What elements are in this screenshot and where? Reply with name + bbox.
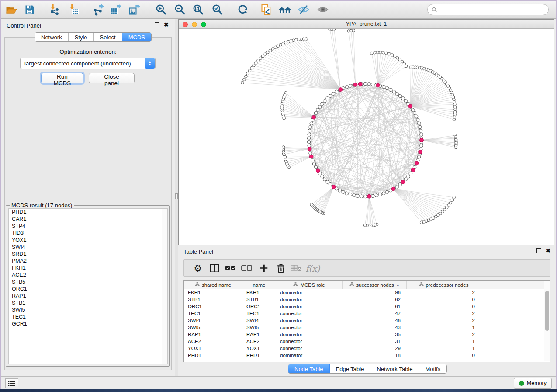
mcds-result-item[interactable]: SWI5 <box>9 306 167 313</box>
toolbar-import-network-button[interactable] <box>48 3 62 17</box>
mcds-result-item[interactable]: SWI4 <box>9 244 167 251</box>
table-cell[interactable]: STB1 <box>242 296 276 303</box>
toolbar-refresh-button[interactable] <box>235 3 249 17</box>
table-cell[interactable]: dominator <box>276 331 343 338</box>
table-cell[interactable]: ACE2 <box>242 338 276 345</box>
table-cell[interactable]: 2 <box>407 317 481 324</box>
mcds-result-item[interactable]: STB1 <box>9 299 167 306</box>
table-cell[interactable]: FKH1 <box>184 289 242 296</box>
toolbar-zoom-fit-button[interactable] <box>191 3 205 17</box>
search-input[interactable] <box>439 5 548 14</box>
toolbar-show-all-button[interactable] <box>316 3 330 17</box>
toolbar-save-session-button[interactable] <box>22 3 36 17</box>
table-cell[interactable]: YOX1 <box>184 345 242 352</box>
column-header-shared-name[interactable]: shared name <box>184 281 242 289</box>
network-canvas[interactable] <box>179 29 554 245</box>
delete-column-button[interactable] <box>274 261 288 275</box>
close-panel-button[interactable]: Close panel <box>89 73 135 83</box>
table-cell[interactable]: dominator <box>276 303 343 310</box>
toolbar-first-neighbors-button[interactable] <box>278 3 292 17</box>
table-cell[interactable]: connector <box>276 345 343 352</box>
table-cell[interactable]: RAP1 <box>242 331 276 338</box>
mcds-result-item[interactable]: FKH1 <box>9 265 167 272</box>
column-header-name[interactable]: name <box>242 281 276 289</box>
table-cell[interactable]: 46 <box>343 317 407 324</box>
mcds-result-item[interactable]: ACE2 <box>9 272 167 279</box>
table-cell[interactable]: connector <box>276 324 343 331</box>
toolbar-duplicate-network-button[interactable] <box>259 3 273 17</box>
mcds-result-item[interactable]: RAP1 <box>9 292 167 299</box>
mcds-result-item[interactable]: PHD1 <box>9 209 167 216</box>
tab-mcds[interactable]: MCDS <box>122 33 151 41</box>
table-scrollbar[interactable] <box>544 281 550 361</box>
table-row[interactable]: TEC1TEC1connector472 <box>184 310 544 317</box>
table-cell[interactable]: dominator <box>276 289 343 296</box>
table-row[interactable]: ORC1ORC1dominator610 <box>184 303 544 310</box>
toolbar-zoom-selected-button[interactable] <box>210 3 224 17</box>
memory-button[interactable]: Memory <box>514 378 552 389</box>
table-cell[interactable]: 96 <box>343 289 407 296</box>
table-cell[interactable]: dominator <box>276 352 343 359</box>
column-layout-button[interactable] <box>208 261 221 275</box>
toolbar-export-network-button[interactable] <box>91 3 105 17</box>
toolbar-import-table-button[interactable] <box>67 3 81 17</box>
mcds-result-item[interactable]: CAR1 <box>9 216 167 223</box>
table-cell[interactable]: 1 <box>407 338 481 345</box>
table-cell[interactable]: SWI4 <box>184 317 242 324</box>
table-cell[interactable]: 2 <box>407 289 481 296</box>
mcds-result-item[interactable]: STP4 <box>9 223 167 230</box>
mcds-list-scrollbar[interactable] <box>162 209 167 364</box>
mcds-result-item[interactable]: TID3 <box>9 230 167 237</box>
column-header-predecessor-nodes[interactable]: predecessor nodes <box>407 281 481 289</box>
table-cell[interactable]: YOX1 <box>242 345 276 352</box>
table-cell[interactable]: ACE2 <box>184 338 242 345</box>
table-cell[interactable]: STB1 <box>184 296 242 303</box>
table-cell[interactable]: SWI4 <box>242 317 276 324</box>
toolbar-hide-selected-button[interactable] <box>297 3 311 17</box>
table-cell[interactable]: connector <box>276 338 343 345</box>
table-cell[interactable]: dominator <box>276 296 343 303</box>
tab-edge-table[interactable]: Edge Table <box>330 364 371 373</box>
add-column-button[interactable] <box>257 261 271 275</box>
table-row[interactable]: SWI5SWI5connector431 <box>184 324 544 331</box>
table-cell[interactable]: TEC1 <box>184 310 242 317</box>
table-row[interactable]: FKH1FKH1dominator962 <box>184 289 544 296</box>
search-box[interactable] <box>427 4 549 15</box>
table-cell[interactable]: PHD1 <box>242 352 276 359</box>
tab-node-table[interactable]: Node Table <box>288 364 330 373</box>
close-table-panel-icon[interactable]: ✖ <box>546 248 550 253</box>
table-cell[interactable]: 2 <box>407 310 481 317</box>
table-cell[interactable]: 1 <box>407 345 481 352</box>
mcds-result-item[interactable]: SRD1 <box>9 251 167 258</box>
table-cell[interactable]: 18 <box>343 352 407 359</box>
table-cell[interactable]: SWI5 <box>242 324 276 331</box>
toolbar-zoom-in-button[interactable] <box>154 3 168 17</box>
table-cell[interactable]: 31 <box>343 338 407 345</box>
float-table-panel-icon[interactable] <box>536 248 541 253</box>
toolbar-zoom-out-button[interactable] <box>173 3 187 17</box>
run-mcds-button[interactable]: Run MCDS <box>41 73 83 83</box>
float-panel-icon[interactable] <box>155 22 159 27</box>
panel-list-button[interactable] <box>5 378 18 388</box>
mcds-result-item[interactable]: GCR1 <box>9 320 167 327</box>
tab-select[interactable]: Select <box>94 33 122 41</box>
table-scrollbar-thumb[interactable] <box>545 291 549 331</box>
table-cell[interactable]: 0 <box>407 303 481 310</box>
select-all-checks-button[interactable] <box>224 261 238 275</box>
table-cell[interactable]: 0 <box>407 352 481 359</box>
criterion-select[interactable]: largest connected component (undirected)… <box>20 58 156 69</box>
table-cell[interactable]: PHD1 <box>184 352 242 359</box>
mcds-result-item[interactable]: STB5 <box>9 279 167 285</box>
tab-motifs[interactable]: Motifs <box>419 364 447 373</box>
toolbar-export-table-button[interactable] <box>109 3 123 17</box>
table-cell[interactable]: FKH1 <box>242 289 276 296</box>
table-row[interactable]: ACE2ACE2connector311 <box>184 338 544 345</box>
table-cell[interactable]: 43 <box>343 324 407 331</box>
table-cell[interactable]: 35 <box>343 331 407 338</box>
table-cell[interactable]: 61 <box>343 303 407 310</box>
toolbar-export-image-button[interactable] <box>128 3 142 17</box>
tab-network-table[interactable]: Network Table <box>370 364 419 373</box>
table-row[interactable]: YOX1YOX1connector291 <box>184 345 544 352</box>
tab-style[interactable]: Style <box>69 33 94 41</box>
mcds-result-list[interactable]: PHD1CAR1STP4TID3YOX1SWI4SRD1PMA2FKH1ACE2… <box>8 208 168 364</box>
